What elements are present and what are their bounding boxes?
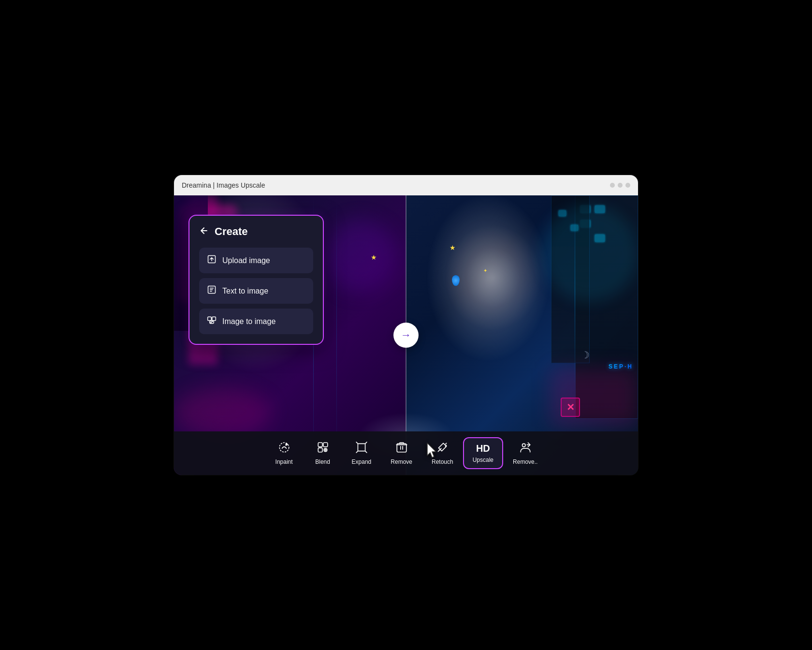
hd-text: HD bbox=[476, 443, 490, 454]
inpaint-label: Inpaint bbox=[276, 458, 293, 465]
browser-content: ★ bbox=[174, 195, 638, 475]
blend-svg bbox=[317, 441, 329, 454]
remove-bg-label: Remove.. bbox=[513, 458, 537, 465]
create-header: Create bbox=[199, 225, 313, 238]
create-title: Create bbox=[215, 225, 247, 238]
remove-svg bbox=[395, 441, 408, 454]
toolbar-remove[interactable]: Remove bbox=[381, 435, 422, 471]
inpaint-svg bbox=[278, 441, 290, 454]
bottom-toolbar: Inpaint Blend bbox=[174, 431, 638, 475]
svg-rect-7 bbox=[318, 443, 322, 447]
text-to-image-label: Text to image bbox=[222, 287, 268, 295]
browser-dot-1 bbox=[610, 183, 615, 188]
browser-dots bbox=[610, 183, 630, 188]
svg-rect-8 bbox=[323, 443, 328, 447]
svg-rect-3 bbox=[212, 317, 216, 321]
remove-icon bbox=[395, 441, 408, 456]
pink-x-sign: ✕ bbox=[561, 398, 580, 417]
blend-label: Blend bbox=[315, 458, 330, 465]
svg-rect-9 bbox=[318, 448, 322, 452]
browser-dot-3 bbox=[625, 183, 630, 188]
back-button[interactable] bbox=[199, 226, 209, 238]
menu-item-upload[interactable]: Upload image bbox=[199, 248, 313, 273]
remove-bg-svg bbox=[519, 441, 532, 454]
toolbar-inpaint[interactable]: Inpaint bbox=[265, 435, 304, 471]
upload-icon bbox=[207, 254, 217, 266]
expand-icon bbox=[355, 441, 368, 456]
browser-title: Dreamina | Images Upscale bbox=[182, 181, 265, 189]
menu-item-image-to-image[interactable]: Image to image bbox=[199, 309, 313, 334]
toolbar-blend[interactable]: Blend bbox=[304, 435, 342, 471]
browser-window: Dreamina | Images Upscale bbox=[174, 175, 638, 475]
hd-icon: HD bbox=[476, 443, 490, 454]
img-to-img-icon bbox=[207, 315, 217, 327]
create-menu-panel: Create Upload image bbox=[188, 215, 324, 345]
hd-upscale-label: Upscale bbox=[473, 457, 493, 463]
menu-item-text-to-image[interactable]: Text to image bbox=[199, 278, 313, 304]
upload-image-label: Upload image bbox=[222, 256, 270, 265]
moon-element: ☽ bbox=[581, 349, 590, 361]
svg-rect-11 bbox=[358, 443, 365, 451]
svg-point-14 bbox=[522, 443, 525, 447]
remove-bg-icon bbox=[519, 441, 532, 456]
toolbar-remove-bg[interactable]: Remove.. bbox=[503, 435, 547, 471]
remove-label: Remove bbox=[391, 458, 412, 465]
inpaint-icon bbox=[278, 441, 290, 456]
text-image-icon bbox=[207, 285, 217, 297]
browser-dot-2 bbox=[618, 183, 623, 188]
image-to-image-label: Image to image bbox=[222, 317, 276, 326]
toolbar-expand[interactable]: Expand bbox=[342, 435, 381, 471]
svg-rect-2 bbox=[208, 317, 212, 321]
cursor-arrow bbox=[425, 442, 441, 463]
arrow-right-icon: → bbox=[401, 329, 411, 341]
upload-svg bbox=[207, 254, 217, 264]
expand-label: Expand bbox=[352, 458, 372, 465]
cursor-svg bbox=[425, 442, 441, 459]
img-to-img-svg bbox=[207, 315, 217, 325]
text-image-svg bbox=[207, 285, 217, 295]
blend-icon bbox=[317, 441, 329, 456]
neon-sign: SEP·H bbox=[609, 363, 633, 370]
compare-arrow-button[interactable]: → bbox=[393, 323, 419, 348]
expand-svg bbox=[355, 441, 368, 454]
back-arrow-icon bbox=[199, 226, 209, 236]
browser-chrome: Dreamina | Images Upscale bbox=[174, 175, 638, 195]
toolbar-hd-upscale[interactable]: HD Upscale bbox=[463, 437, 503, 469]
